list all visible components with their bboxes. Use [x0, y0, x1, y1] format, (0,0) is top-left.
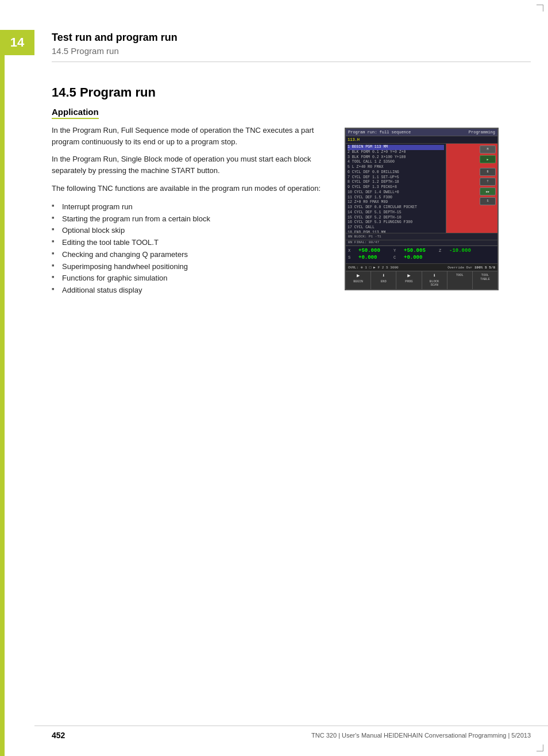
cnc-code-line: 11 CYCL DEF 1.5 F300 — [348, 195, 392, 199]
cnc-screen-label: Program run: full sequence — [348, 130, 411, 135]
coord-label-s: S — [348, 255, 355, 260]
begin-icon: ▶ — [346, 273, 370, 279]
list-item: Checking and changing Q parameters — [52, 249, 333, 261]
page-footer: 452 TNC 320 | User's Manual HEIDENHAIN C… — [34, 726, 548, 745]
cnc-top-bar: Program run: full sequence Programming — [346, 129, 497, 136]
chapter-number-block: 14 — [0, 30, 34, 55]
cnc-code-line: 12 Z+0 R0 FMAX M89 — [348, 200, 388, 204]
cnc-code-line: 18 END PGM 113 MM — [348, 231, 385, 233]
cnc-softkey-block[interactable]: ⬇ BLOCKSCAN — [422, 271, 447, 289]
override-icon: ⊕ 1 — [361, 265, 367, 270]
section-main-heading: 14.5 Program run — [52, 85, 531, 100]
coord-label-y: Y — [393, 248, 400, 253]
override-label: OVRL: — [348, 266, 358, 270]
cnc-btn-4[interactable]: T — [480, 178, 496, 186]
prog-label: PROG — [405, 279, 412, 283]
cnc-status-line1: BN BLOCK: P1 -T1 — [348, 235, 381, 239]
cnc-graphic-preview: M ▶ B T ▶▶ S — [446, 144, 497, 233]
tool-table-label: TOOLTABLE — [480, 273, 490, 281]
feature-list: Interrupt program run Starting the progr… — [52, 201, 333, 297]
cnc-coordinates: X +50.000 Y +50.005 Z -10.000 S +0.000 C… — [346, 245, 497, 263]
coord-value-y: +50.005 — [404, 248, 435, 254]
cnc-code-line: 3 BLK FORM 0.2 X+100 Y+100 — [348, 155, 406, 159]
cnc-code-line: 17 CYCL CALL — [348, 225, 375, 229]
prog-icon: ▶ — [397, 273, 420, 279]
cnc-btn-5[interactable]: ▶▶ — [480, 187, 496, 195]
cnc-code-line: 16 CYCL DEF 5.3 PLUNGING F300 — [348, 220, 412, 224]
tool-label: TOOL — [456, 273, 464, 277]
cnc-code-line: 13 CYCL DEF 0.0 CIRCULAR POCKET — [348, 205, 417, 209]
cnc-bottom-buttons: ▶ BEGIN ⬇ END ▶ PROG ⬇ BLOCKSCAN — [346, 271, 497, 289]
cnc-softkey-end[interactable]: ⬇ END — [371, 271, 396, 289]
page-number: 452 — [52, 731, 65, 740]
coord-row-c: S +0.000 C +0.000 — [348, 255, 495, 260]
right-column: Program run: full sequence Programming 1… — [345, 125, 531, 297]
cnc-filename: 113.H — [346, 136, 497, 144]
page-header: Test run and program run 14.5 Program ru… — [52, 0, 531, 62]
cnc-status-line2-row: BN FINAL: 80/47 — [346, 240, 497, 245]
cnc-softkey-tool[interactable]: TOOL — [447, 271, 473, 289]
cnc-code-line: 8 CYCL DEF 1.2 DEPTH-18 — [348, 180, 399, 184]
cnc-code-line: 2 BLK FORM 0.1 Z+0 Y+0 Z+0 — [348, 150, 406, 154]
override-spacing: □ ▶ — [369, 265, 376, 270]
cnc-program-area: 1 BEGIN PGM 113 MM 2 BLK FORM 0.1 Z+0 Y+… — [346, 144, 497, 233]
cnc-code-line: 9 CYCL DEF 1.3 PECKG+8 — [348, 185, 397, 189]
begin-label: BEGIN — [353, 279, 363, 283]
block-icon: ⬇ — [423, 273, 446, 279]
body-text: In the Program Run, Full Sequence mode o… — [52, 125, 333, 194]
chapter-number: 14 — [10, 35, 24, 50]
cnc-code-lines: 1 BEGIN PGM 113 MM 2 BLK FORM 0.1 Z+0 Y+… — [346, 144, 446, 233]
intro-paragraph-1: In the Program Run, Full Sequence mode o… — [52, 125, 333, 148]
left-column: In the Program Run, Full Sequence mode o… — [52, 125, 333, 297]
list-item: Starting the program run from a certain … — [52, 213, 333, 225]
coord-label-c: C — [393, 255, 400, 260]
list-item: Additional status display — [52, 285, 333, 297]
sub-heading: Application — [52, 107, 531, 119]
coord-label-z: Z — [439, 248, 446, 253]
chapter-title: Test run and program run — [52, 32, 531, 44]
footer-doc-info: TNC 320 | User's Manual HEIDENHAIN Conve… — [311, 732, 531, 739]
cnc-side-buttons: M ▶ B T ▶▶ S — [480, 145, 496, 205]
cnc-screen-mode: Programming — [469, 130, 495, 135]
list-item: Editing the tool table TOOL.T — [52, 237, 333, 249]
coord-value-z: -10.000 — [449, 248, 481, 254]
cnc-softkey-begin[interactable]: ▶ BEGIN — [346, 271, 371, 289]
cnc-status-lines: BN BLOCK: P1 -T1 — [346, 233, 497, 240]
coord-value-c: +0.000 — [404, 255, 435, 260]
cnc-code-line: 10 CYCL DEF 1.4 DWELL+0 — [348, 190, 399, 194]
cnc-btn-1[interactable]: M — [480, 145, 496, 153]
header-section-title: 14.5 Program run — [52, 46, 531, 56]
application-heading: Application — [52, 107, 99, 119]
cnc-softkey-prog[interactable]: ▶ PROG — [396, 271, 422, 289]
cnc-code-line: 5 L Z+40 R0 FMAX — [348, 165, 383, 169]
cnc-softkey-tool-table[interactable]: TOOLTABLE — [473, 271, 497, 289]
cnc-code-line: 15 CYCL DEF 5.2 DEPTH-10 — [348, 216, 402, 220]
end-label: END — [381, 279, 387, 283]
cnc-code-line: 4 TOOL CALL 1 Z S3500 — [348, 160, 395, 164]
cnc-code-line: 6 CYCL DEF 0.0 DRILLING — [348, 170, 399, 174]
coord-row-x: X +50.000 Y +50.005 Z -10.000 — [348, 248, 495, 254]
list-item: Functions for graphic simulation — [52, 273, 333, 285]
override-percent: Override Ovr 100% S 5/8 — [447, 266, 495, 270]
block-label: BLOCKSCAN — [430, 279, 439, 287]
list-item: Superimposing handwheel positioning — [52, 261, 333, 273]
cnc-btn-6[interactable]: S — [480, 197, 496, 205]
cnc-btn-2[interactable]: ▶ — [480, 155, 496, 163]
chapter-side-bar — [0, 55, 5, 756]
cnc-code-line: 14 CYCL DEF 5.1 DEPTH-15 — [348, 210, 402, 214]
cnc-override-row: OVRL: ⊕ 1 □ ▶ F 2 S 3000 Override Ovr 10… — [346, 263, 497, 271]
intro-paragraph-3: The following TNC functions are availabl… — [52, 183, 333, 194]
end-icon: ⬇ — [372, 273, 395, 279]
cnc-screen: Program run: full sequence Programming 1… — [345, 128, 499, 290]
chapter-bar: 14 — [0, 0, 34, 756]
cnc-code-line: 7 CYCL DEF 1.1 SET-UP+5 — [348, 175, 399, 179]
override-feed: F 2 S 3000 — [378, 266, 399, 270]
cnc-status-line2: BN FINAL: 80/47 — [348, 240, 379, 244]
cnc-right-panel-area: M ▶ B T ▶▶ S — [446, 144, 497, 233]
main-content: Test run and program run 14.5 Program ru… — [34, 0, 548, 756]
coord-label-x: X — [348, 248, 355, 253]
cnc-btn-3[interactable]: B — [480, 168, 496, 176]
list-item: Interrupt program run — [52, 201, 333, 213]
section-heading: 14.5 Program run — [52, 85, 531, 100]
coord-value-x: +50.000 — [358, 248, 390, 254]
